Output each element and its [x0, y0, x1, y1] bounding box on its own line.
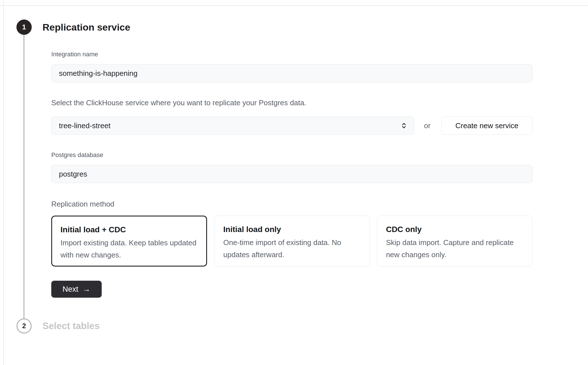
replication-method-options: Initial load + CDC Import existing data.… — [51, 216, 532, 267]
method-card-title: CDC only — [386, 225, 524, 234]
integration-name-label: Integration name — [51, 50, 532, 58]
page-top-border — [0, 5, 588, 6]
step-2-title: Select tables — [42, 320, 100, 332]
postgres-database-label: Postgres database — [51, 151, 532, 159]
method-card-initial-load-cdc[interactable]: Initial load + CDC Import existing data.… — [51, 216, 207, 267]
replication-service-form: Integration name Select the ClickHouse s… — [51, 50, 532, 298]
step-1-title: Replication service — [42, 21, 130, 33]
service-select-description: Select the ClickHouse service where you … — [51, 98, 532, 107]
method-card-description: Skip data import. Capture and replicate … — [386, 237, 524, 261]
method-card-description: Import existing data. Keep tables update… — [61, 237, 199, 261]
method-card-title: Initial load + CDC — [61, 225, 199, 235]
next-button-label: Next — [63, 285, 78, 294]
unfold-chevron-icon — [400, 121, 408, 130]
replication-method-label: Replication method — [51, 199, 532, 209]
postgres-database-input[interactable] — [51, 165, 532, 183]
integration-name-input[interactable] — [51, 64, 532, 82]
method-card-description: One-time import of existing data. No upd… — [223, 237, 361, 261]
method-card-title: Initial load only — [223, 225, 361, 234]
next-button[interactable]: Next → — [51, 281, 102, 298]
step-1-indicator: 1 — [16, 20, 32, 35]
step-1-number: 1 — [22, 23, 26, 31]
step-connector-line — [23, 27, 25, 326]
clickhouse-service-select[interactable]: tree-lined-street — [51, 117, 414, 135]
method-card-initial-load-only[interactable]: Initial load only One-time import of exi… — [214, 216, 370, 267]
page-left-border — [3, 0, 4, 365]
step-2-indicator: 2 — [16, 318, 32, 334]
clickhouse-service-selected-value: tree-lined-street — [59, 121, 110, 130]
create-new-service-button[interactable]: Create new service — [441, 117, 532, 135]
method-card-cdc-only[interactable]: CDC only Skip data import. Capture and r… — [377, 216, 532, 267]
service-select-row: tree-lined-street or Create new service — [51, 117, 532, 135]
arrow-right-icon: → — [82, 285, 90, 293]
step-2-number: 2 — [22, 322, 26, 330]
replication-setup-page: 1 Replication service Integration name S… — [0, 0, 588, 365]
or-label: or — [424, 121, 431, 130]
